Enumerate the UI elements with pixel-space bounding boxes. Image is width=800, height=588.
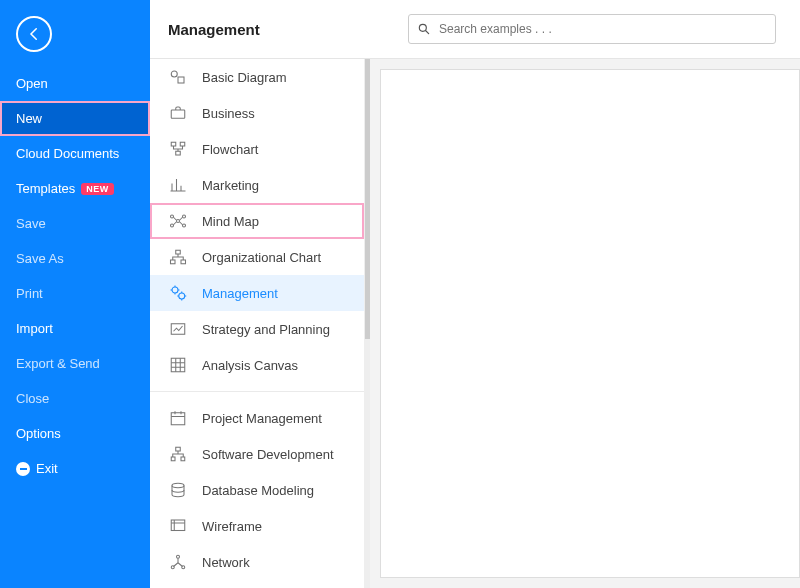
svg-point-8 xyxy=(171,215,174,218)
svg-rect-2 xyxy=(178,77,184,83)
svg-point-0 xyxy=(419,24,426,31)
category-marketing[interactable]: Marketing xyxy=(150,167,364,203)
svg-rect-21 xyxy=(171,457,175,461)
search-box[interactable] xyxy=(408,14,776,44)
category-mind-map[interactable]: Mind Map xyxy=(150,203,364,239)
svg-rect-18 xyxy=(171,358,185,372)
category-database-modeling[interactable]: Database Modeling xyxy=(150,472,364,508)
network-icon xyxy=(168,552,188,572)
page-title: Management xyxy=(168,21,388,38)
sidebar-item-label: Cloud Documents xyxy=(16,146,119,161)
category-label: Basic Diagram xyxy=(202,70,287,85)
sidebar-item-label: Exit xyxy=(36,461,58,476)
category-column: Basic Diagram Business Flowchart Marketi… xyxy=(150,59,365,588)
category-management[interactable]: Management xyxy=(150,275,364,311)
svg-point-16 xyxy=(179,293,185,299)
sidebar-item-label: Open xyxy=(16,76,48,91)
database-icon xyxy=(168,480,188,500)
org-icon xyxy=(168,247,188,267)
scrollbar-thumb[interactable] xyxy=(365,59,370,339)
category-strategy-planning[interactable]: Strategy and Planning xyxy=(150,311,364,347)
svg-point-1 xyxy=(171,71,177,77)
svg-point-9 xyxy=(171,224,174,227)
sidebar: Open New Cloud Documents Templates NEW S… xyxy=(0,0,150,588)
preview-panel xyxy=(370,59,800,588)
sidebar-item-cloud-documents[interactable]: Cloud Documents xyxy=(0,136,150,171)
gears-icon xyxy=(168,283,188,303)
wireframe-icon xyxy=(168,516,188,536)
svg-rect-14 xyxy=(181,260,186,264)
svg-rect-12 xyxy=(176,250,181,254)
category-software-development[interactable]: Software Development xyxy=(150,436,364,472)
sidebar-item-close[interactable]: Close xyxy=(0,381,150,416)
trend-icon xyxy=(168,319,188,339)
category-business[interactable]: Business xyxy=(150,95,364,131)
sidebar-item-label: Import xyxy=(16,321,53,336)
category-label: Analysis Canvas xyxy=(202,358,298,373)
sidebar-item-print[interactable]: Print xyxy=(0,276,150,311)
category-label: Wireframe xyxy=(202,519,262,534)
sidebar-item-label: Print xyxy=(16,286,43,301)
svg-rect-24 xyxy=(171,520,185,531)
svg-rect-6 xyxy=(176,151,181,155)
sidebar-item-label: Close xyxy=(16,391,49,406)
bars-icon xyxy=(168,175,188,195)
preview-canvas xyxy=(380,69,800,578)
sidebar-item-label: Save As xyxy=(16,251,64,266)
briefcase-icon xyxy=(168,103,188,123)
svg-point-10 xyxy=(183,215,186,218)
category-scrollbar[interactable] xyxy=(365,59,370,588)
category-separator xyxy=(150,391,364,392)
category-wireframe[interactable]: Wireframe xyxy=(150,508,364,544)
calendar-icon xyxy=(168,408,188,428)
sidebar-item-export-send[interactable]: Export & Send xyxy=(0,346,150,381)
sidebar-item-templates[interactable]: Templates NEW xyxy=(0,171,150,206)
sidebar-item-new[interactable]: New xyxy=(0,101,150,136)
category-project-management[interactable]: Project Management xyxy=(150,400,364,436)
category-label: Strategy and Planning xyxy=(202,322,330,337)
svg-rect-19 xyxy=(171,413,185,425)
sidebar-item-label: Options xyxy=(16,426,61,441)
category-network[interactable]: Network xyxy=(150,544,364,580)
category-analysis-canvas[interactable]: Analysis Canvas xyxy=(150,347,364,383)
tree-icon xyxy=(168,444,188,464)
category-label: Mind Map xyxy=(202,214,259,229)
svg-rect-3 xyxy=(171,110,185,118)
svg-rect-5 xyxy=(180,142,185,146)
sidebar-item-save[interactable]: Save xyxy=(0,206,150,241)
sidebar-item-import[interactable]: Import xyxy=(0,311,150,346)
top-bar: Management xyxy=(150,0,800,59)
sidebar-item-label: New xyxy=(16,111,42,126)
category-label: Software Development xyxy=(202,447,334,462)
svg-point-23 xyxy=(172,483,184,488)
grid-icon xyxy=(168,355,188,375)
svg-point-25 xyxy=(177,555,180,558)
back-button[interactable] xyxy=(16,16,52,52)
sidebar-item-exit[interactable]: Exit xyxy=(0,451,150,486)
category-label: Flowchart xyxy=(202,142,258,157)
category-basic-diagram[interactable]: Basic Diagram xyxy=(150,59,364,95)
search-input[interactable] xyxy=(439,22,767,36)
sidebar-item-save-as[interactable]: Save As xyxy=(0,241,150,276)
svg-rect-13 xyxy=(171,260,176,264)
category-label: Management xyxy=(202,286,278,301)
svg-point-7 xyxy=(177,220,180,223)
svg-point-15 xyxy=(172,287,178,293)
svg-rect-20 xyxy=(176,447,181,451)
category-flowchart[interactable]: Flowchart xyxy=(150,131,364,167)
category-label: Organizational Chart xyxy=(202,250,321,265)
category-label: Database Modeling xyxy=(202,483,314,498)
sidebar-item-label: Templates xyxy=(16,181,75,196)
sidebar-item-label: Save xyxy=(16,216,46,231)
flowchart-icon xyxy=(168,139,188,159)
new-badge: NEW xyxy=(81,183,114,195)
svg-rect-17 xyxy=(171,324,185,335)
category-label: Business xyxy=(202,106,255,121)
minus-circle-icon xyxy=(16,462,30,476)
sidebar-item-open[interactable]: Open xyxy=(0,66,150,101)
category-label: Network xyxy=(202,555,250,570)
category-organizational-chart[interactable]: Organizational Chart xyxy=(150,239,364,275)
mindmap-icon xyxy=(168,211,188,231)
sidebar-item-options[interactable]: Options xyxy=(0,416,150,451)
svg-rect-22 xyxy=(181,457,185,461)
